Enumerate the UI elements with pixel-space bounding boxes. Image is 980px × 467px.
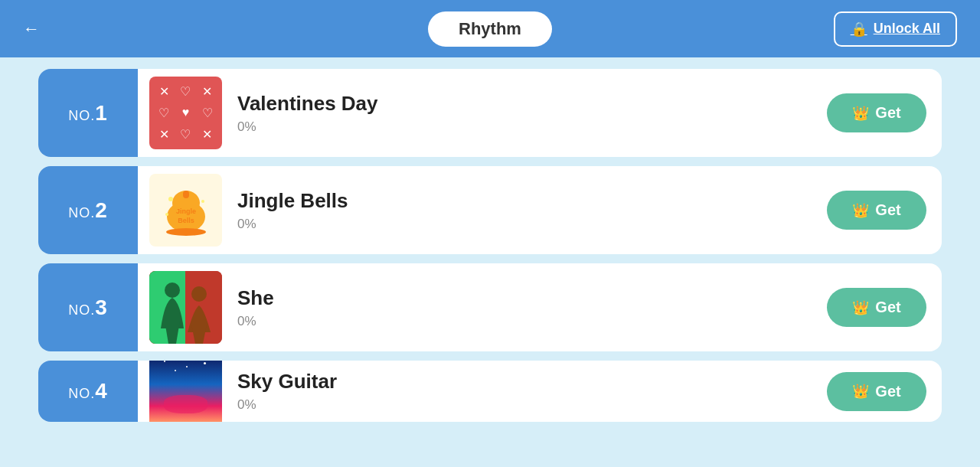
song-percent-2: 0%: [237, 217, 827, 232]
title-pill: Rhythm: [428, 11, 552, 47]
svg-point-11: [165, 282, 180, 298]
song-percent-4: 0%: [237, 397, 827, 413]
get-button-4[interactable]: 👑 Get: [827, 372, 926, 411]
crown-icon-1: 👑: [852, 105, 869, 122]
get-label-1: Get: [875, 104, 900, 122]
get-button-3[interactable]: 👑 Get: [827, 288, 926, 327]
unlock-all-label: Unlock All: [874, 21, 940, 37]
svg-text:Bells: Bells: [178, 217, 194, 224]
song-name-3: She: [237, 286, 827, 310]
svg-point-7: [201, 200, 204, 203]
rank-badge-4: NO.4: [38, 361, 138, 422]
song-info-2: Jingle Bells 0%: [234, 189, 827, 232]
svg-point-8: [165, 213, 168, 216]
song-info-3: She 0%: [234, 286, 827, 329]
svg-point-6: [168, 197, 173, 201]
svg-rect-2: [183, 191, 189, 198]
crown-icon-4: 👑: [852, 383, 869, 400]
song-card-1: NO.1 ✕ ♡ ✕ ♡ ♥ ♡ ✕ ♡ ✕ Valentines Day 0%…: [38, 69, 942, 157]
get-label-4: Get: [875, 383, 900, 400]
song-thumbnail-3: [149, 271, 222, 344]
song-list: NO.1 ✕ ♡ ✕ ♡ ♥ ♡ ✕ ♡ ✕ Valentines Day 0%…: [0, 57, 980, 467]
get-label-3: Get: [875, 299, 900, 316]
svg-text:Jingle: Jingle: [175, 207, 195, 215]
back-button[interactable]: ←: [23, 19, 40, 39]
she-svg: [149, 271, 222, 344]
song-thumbnail-4: [149, 361, 222, 422]
rank-badge-1: NO.1: [38, 69, 138, 157]
crown-icon-2: 👑: [852, 202, 869, 219]
song-thumbnail-1: ✕ ♡ ✕ ♡ ♥ ♡ ✕ ♡ ✕: [149, 77, 222, 149]
rank-badge-3: NO.3: [38, 263, 138, 351]
rank-label-3: NO.3: [68, 296, 108, 320]
jingle-bells-svg: Jingle Bells: [155, 180, 217, 241]
get-button-2[interactable]: 👑 Get: [827, 191, 926, 230]
sky-cloud: [164, 395, 207, 413]
song-name-2: Jingle Bells: [237, 189, 827, 213]
get-label-2: Get: [875, 201, 900, 219]
rank-label-4: NO.4: [68, 379, 108, 403]
unlock-all-button[interactable]: 🔒 Unlock All: [834, 11, 957, 47]
song-percent-3: 0%: [237, 314, 827, 329]
rank-badge-2: NO.2: [38, 166, 138, 254]
song-info-1: Valentines Day 0%: [234, 92, 827, 135]
crown-icon-3: 👑: [852, 299, 869, 316]
song-name-4: Sky Guitar: [237, 370, 827, 394]
lock-icon: 🔒: [851, 21, 867, 38]
rank-label-2: NO.2: [68, 198, 108, 223]
song-card-4: NO.4 Sky Guitar 0% 👑 Get: [38, 361, 942, 422]
app-header: ← Rhythm 🔒 Unlock All: [0, 0, 980, 57]
song-thumbnail-2: Jingle Bells: [149, 174, 222, 247]
song-card-2: NO.2 Jingle Bells Jingle Bell: [38, 166, 942, 254]
back-icon: ←: [23, 19, 40, 39]
song-info-4: Sky Guitar 0%: [234, 370, 827, 413]
rank-label-1: NO.1: [68, 101, 108, 126]
song-percent-1: 0%: [237, 119, 827, 135]
page-title: Rhythm: [459, 19, 521, 38]
song-card-3: NO.3 She 0% 👑: [38, 263, 942, 351]
svg-point-3: [166, 228, 206, 236]
get-button-1[interactable]: 👑 Get: [827, 93, 926, 132]
song-name-1: Valentines Day: [237, 92, 827, 116]
svg-point-12: [191, 286, 207, 302]
